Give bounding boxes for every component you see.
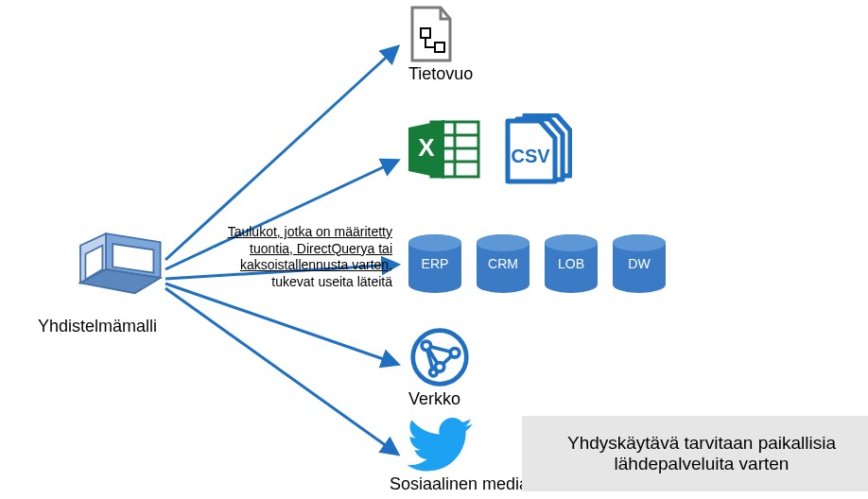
gateway-info-line2: lähdepalveluita varten [531,454,868,474]
svg-marker-4 [113,244,153,273]
svg-text:X: X [418,133,435,162]
gateway-info-box: Yhdyskäytävä tarvitaan paikallisia lähde… [522,416,868,491]
svg-point-28 [613,276,666,293]
csv-icon: CSV [496,113,572,189]
svg-point-29 [613,234,666,251]
arrow-to-social [165,288,397,454]
svg-rect-6 [435,43,444,52]
excel-icon: X [407,116,482,186]
annotation-line1: Taulukot, jotka on määritetty [194,224,392,241]
annotation-line4: tukevat useita läteitä [194,274,392,291]
db-crm-label: CRM [488,256,518,271]
database-row: ERP CRM LOB DW [407,233,668,294]
twitter-icon [407,418,473,476]
db-dw: DW [611,233,668,294]
svg-point-24 [545,276,598,293]
svg-point-38 [430,369,438,376]
svg-point-35 [422,341,430,350]
svg-point-16 [408,276,461,293]
annotation-text: Taulukot, jotka on määritetty tuontia, D… [194,224,392,290]
annotation-line3: kaksoistallennusta varten, [194,257,392,274]
web-label: Verkko [408,389,460,409]
svg-rect-5 [421,28,430,38]
db-erp: ERP [407,233,463,294]
arrow-to-web [165,284,397,364]
db-lob: LOB [543,233,599,294]
csv-text: CSV [511,146,550,166]
composite-model-label: Yhdistelmämalli [38,317,157,336]
dataflow-label: Tietovuo [408,64,473,84]
db-dw-label: DW [628,256,650,271]
svg-point-20 [477,276,529,293]
dataflow-icon [408,6,454,62]
svg-point-36 [450,349,459,357]
db-crm: CRM [475,233,531,294]
social-label: Sosiaalinen media [390,474,529,494]
gateway-info-line1: Yhdyskäytävä tarvitaan paikallisia [531,433,868,454]
db-erp-label: ERP [422,256,449,271]
svg-point-21 [477,234,529,251]
annotation-line2: tuontia, DirectQuerya tai [194,241,392,258]
web-icon [408,326,471,392]
composite-model-icon [71,227,175,312]
svg-point-17 [408,234,461,251]
svg-point-25 [545,234,598,251]
db-lob-label: LOB [558,256,584,271]
